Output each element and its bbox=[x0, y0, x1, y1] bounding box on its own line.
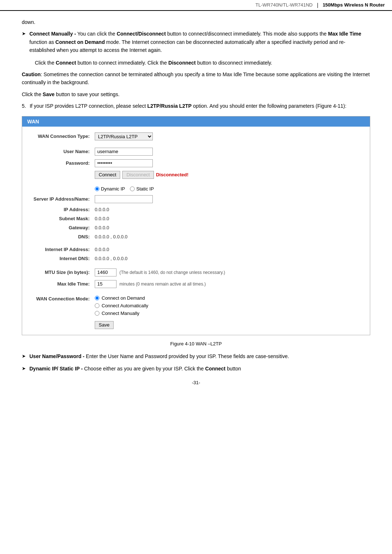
dynamic-static-ip-bold: Dynamic IP/ Static IP - bbox=[29, 366, 83, 372]
click-connect-para: Click the Connect button to connect imme… bbox=[35, 59, 370, 67]
gateway-value: 0.0.0.0 bbox=[95, 225, 363, 230]
l2tp-bold: L2TP/Russia L2TP bbox=[147, 103, 192, 109]
wan-body: WAN Connection Type: L2TP/Russia L2TP Us… bbox=[22, 127, 370, 335]
wan-connection-mode-row: WAN Connection Mode: Connect on Demand C… bbox=[29, 295, 363, 316]
wan-mode-control: Connect on Demand Connect Automatically … bbox=[95, 295, 363, 316]
connect-on-demand-option[interactable]: Connect on Demand bbox=[95, 295, 148, 301]
bullet-arrow-3: ➤ bbox=[22, 365, 26, 373]
connect-button[interactable]: Connect bbox=[95, 171, 120, 179]
wan-connection-type-control: L2TP/Russia L2TP bbox=[95, 132, 363, 140]
dns-value: 0.0.0.0 , 0.0.0.0 bbox=[95, 234, 363, 239]
internet-ip-row: Internet IP Address: 0.0.0.0 bbox=[29, 247, 363, 252]
item-number-5: 5. bbox=[22, 102, 26, 110]
gateway-text: 0.0.0.0 bbox=[95, 225, 109, 230]
max-idle-row: Max Idle Time: minutes (0 means remain a… bbox=[29, 280, 363, 288]
user-name-password-bold: User Name/Password - bbox=[29, 353, 85, 359]
bullet-arrow-2: ➤ bbox=[22, 352, 26, 360]
gateway-label: Gateway: bbox=[29, 225, 95, 230]
header-title: 150Mbps Wireless N Router bbox=[323, 2, 385, 8]
static-ip-option[interactable]: Static IP bbox=[130, 186, 154, 192]
subnet-mask-value: 0.0.0.0 bbox=[95, 216, 363, 221]
connect-bold-3: Connect bbox=[205, 366, 225, 372]
bullet-arrow-1: ➤ bbox=[22, 30, 26, 54]
figure-caption: Figure 4-10 WAN –L2TP bbox=[22, 341, 370, 346]
internet-ip-value: 0.0.0.0 bbox=[95, 247, 363, 252]
connect-automatically-option[interactable]: Connect Automatically bbox=[95, 303, 148, 308]
connect-disconnect-bold: Connect/Disconnect bbox=[117, 31, 166, 37]
connect-manually-radio[interactable] bbox=[95, 311, 99, 316]
dynamic-ip-radio[interactable] bbox=[95, 186, 99, 191]
connect-bold-inline: Connect bbox=[56, 60, 76, 66]
internet-ip-text: 0.0.0.0 bbox=[95, 247, 109, 252]
dynamic-ip-option[interactable]: Dynamic IP bbox=[95, 186, 125, 192]
caution-bold: Caution bbox=[22, 71, 41, 77]
connect-manually-bold: Connect Manually - bbox=[29, 31, 76, 37]
mtu-label: MTU Size (in bytes): bbox=[29, 270, 95, 275]
static-ip-radio[interactable] bbox=[130, 186, 135, 191]
mtu-note: (The default is 1460, do not change unle… bbox=[119, 270, 225, 275]
password-control bbox=[95, 159, 363, 167]
user-name-input[interactable] bbox=[95, 148, 153, 156]
save-button[interactable]: Save bbox=[95, 321, 114, 329]
connect-automatically-radio[interactable] bbox=[95, 303, 99, 308]
connect-buttons-row: Connect Disconnect Disconnected! bbox=[29, 171, 363, 179]
wan-connection-type-label: WAN Connection Type: bbox=[29, 134, 95, 139]
ip-type-row: Dynamic IP Static IP bbox=[29, 186, 363, 192]
wan-connection-type-row: WAN Connection Type: L2TP/Russia L2TP bbox=[29, 132, 363, 140]
connect-on-demand-bold: Connect on Demand bbox=[56, 39, 105, 45]
header-model: TL-WR740N/TL-WR741ND bbox=[256, 2, 313, 8]
internet-ip-label: Internet IP Address: bbox=[29, 247, 95, 252]
user-name-control bbox=[95, 148, 363, 156]
save-bold-inline: Save bbox=[43, 91, 55, 97]
mtu-row: MTU Size (in bytes): (The default is 146… bbox=[29, 268, 363, 276]
page-number: -31- bbox=[22, 380, 370, 385]
connect-on-demand-label: Connect on Demand bbox=[102, 295, 145, 301]
connect-on-demand-radio[interactable] bbox=[95, 296, 99, 300]
disconnect-bold-inline: Disconnect bbox=[168, 60, 196, 66]
save-para: Click the Save button to save your setti… bbox=[22, 90, 370, 98]
max-idle-control: minutes (0 means remain active at all ti… bbox=[95, 280, 363, 288]
dns-row: DNS: 0.0.0.0 , 0.0.0.0 bbox=[29, 234, 363, 239]
bullet-user-name-password: ➤ User Name/Password - Enter the User Na… bbox=[22, 352, 370, 360]
ip-address-value: 0.0.0.0 bbox=[95, 207, 363, 212]
server-ip-label: Server IP Address/Name: bbox=[29, 196, 95, 202]
ip-type-control: Dynamic IP Static IP bbox=[95, 186, 363, 192]
server-ip-control bbox=[95, 195, 363, 203]
numbered-item-5: 5. If your ISP provides L2TP connection,… bbox=[22, 102, 370, 110]
max-idle-note: minutes (0 means remain active at all ti… bbox=[119, 282, 206, 287]
bullet-text-3: Dynamic IP/ Static IP - Choose either as… bbox=[29, 365, 370, 373]
mtu-input[interactable] bbox=[95, 268, 117, 276]
internet-dns-text: 0.0.0.0 , 0.0.0.0 bbox=[95, 256, 127, 261]
user-name-label: User Name: bbox=[29, 149, 95, 154]
wan-box: WAN WAN Connection Type: L2TP/Russia L2T… bbox=[22, 116, 370, 335]
disconnect-button[interactable]: Disconnect bbox=[122, 171, 154, 179]
wan-header: WAN bbox=[22, 116, 370, 127]
ip-type-radio-group: Dynamic IP Static IP bbox=[95, 186, 154, 192]
password-label: Password: bbox=[29, 160, 95, 166]
bullet-connect-manually: ➤ Connect Manually - You can click the C… bbox=[22, 30, 370, 54]
password-input[interactable] bbox=[95, 159, 153, 167]
item-5-text: If your ISP provides L2TP connection, pl… bbox=[30, 102, 370, 110]
main-content: down. ➤ Connect Manually - You can click… bbox=[0, 15, 392, 393]
server-ip-row: Server IP Address/Name: bbox=[29, 195, 363, 203]
caution-paragraph: Caution: Sometimes the connection cannot… bbox=[22, 70, 370, 87]
static-ip-label: Static IP bbox=[136, 186, 154, 192]
dns-label: DNS: bbox=[29, 234, 95, 239]
wan-connection-type-select[interactable]: L2TP/Russia L2TP bbox=[95, 132, 153, 140]
dynamic-ip-label: Dynamic IP bbox=[101, 186, 125, 192]
subnet-mask-label: Subnet Mask: bbox=[29, 216, 95, 221]
disconnected-status: Disconnected! bbox=[156, 172, 189, 177]
password-row: Password: bbox=[29, 159, 363, 167]
connect-manually-option[interactable]: Connect Manually bbox=[95, 311, 148, 316]
internet-dns-label: Internet DNS: bbox=[29, 256, 95, 261]
gateway-row: Gateway: 0.0.0.0 bbox=[29, 225, 363, 230]
ip-address-label: IP Address: bbox=[29, 207, 95, 212]
dns-text: 0.0.0.0 , 0.0.0.0 bbox=[95, 234, 127, 239]
connect-manually-mode-label: Connect Manually bbox=[102, 311, 139, 316]
connect-buttons-control: Connect Disconnect Disconnected! bbox=[95, 171, 363, 179]
user-name-row: User Name: bbox=[29, 148, 363, 156]
server-ip-input[interactable] bbox=[95, 195, 153, 203]
page-header: TL-WR740N/TL-WR741ND | 150Mbps Wireless … bbox=[0, 0, 392, 11]
subnet-mask-row: Subnet Mask: 0.0.0.0 bbox=[29, 216, 363, 221]
max-idle-input[interactable] bbox=[95, 280, 117, 288]
